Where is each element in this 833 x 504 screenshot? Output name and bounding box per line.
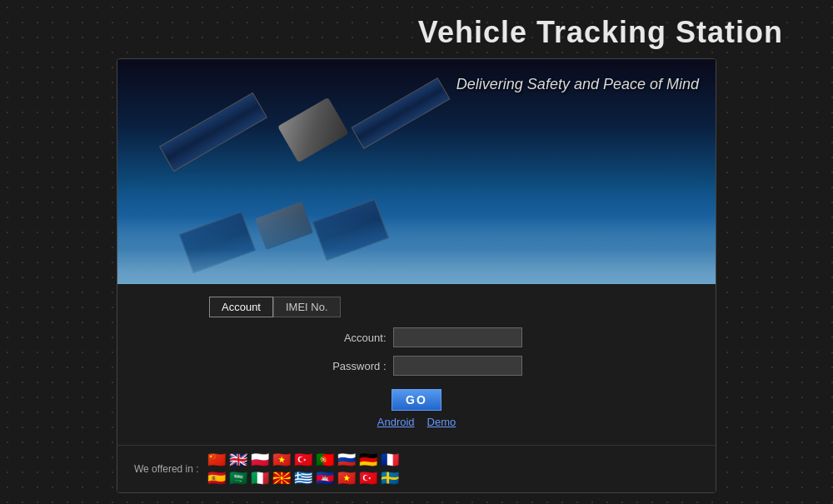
flag-icon[interactable]: 🇪🇸: [207, 471, 226, 486]
password-row: Password :: [142, 356, 691, 376]
bottom-section: We offered in : 🇨🇳🇬🇧🇵🇱🇻🇳🇹🇷🇵🇹🇷🇺🇩🇪🇫🇷🇪🇸🇸🇦🇮🇹…: [117, 445, 716, 492]
flag-icon[interactable]: 🇩🇪: [359, 452, 377, 467]
flag-icon[interactable]: 🇹🇷: [359, 471, 377, 486]
demo-link[interactable]: Demo: [427, 416, 456, 428]
password-label: Password :: [312, 360, 387, 372]
account-input[interactable]: [393, 327, 522, 347]
flag-icon[interactable]: 🇸🇦: [229, 471, 247, 486]
flag-icon[interactable]: 🇮🇹: [251, 471, 269, 486]
account-label: Account:: [312, 332, 387, 344]
flag-icon[interactable]: 🇵🇹: [316, 452, 334, 467]
password-input[interactable]: [393, 356, 522, 376]
go-button[interactable]: GO: [392, 389, 441, 411]
android-link[interactable]: Android: [377, 416, 415, 428]
earth-curve: [117, 167, 716, 284]
form-area: Account IMEI No. Account: Password : GO …: [117, 284, 716, 445]
flag-icon[interactable]: 🇫🇷: [381, 452, 399, 467]
account-row: Account:: [142, 327, 691, 347]
flag-icon[interactable]: 🇨🇳: [207, 452, 226, 467]
satellite-body: [277, 97, 349, 162]
hero-section: Delivering Safety and Peace of Mind: [117, 59, 716, 284]
flag-icon[interactable]: 🇬🇧: [229, 452, 247, 467]
flag-icon[interactable]: 🇲🇰: [272, 471, 291, 486]
flag-icon[interactable]: 🇻🇳: [272, 452, 291, 467]
flag-icon[interactable]: 🇻🇳: [337, 471, 356, 486]
tab-account[interactable]: Account: [209, 297, 273, 317]
hero-tagline: Delivering Safety and Peace of Mind: [456, 76, 699, 93]
main-panel: Delivering Safety and Peace of Mind Acco…: [117, 58, 716, 493]
app-title: Vehicle Tracking Station: [0, 0, 833, 58]
offered-label: We offered in :: [134, 463, 199, 475]
satellite-panel-right: [352, 77, 451, 149]
tab-imei[interactable]: IMEI No.: [273, 297, 341, 317]
links-row: Android Demo: [377, 416, 456, 428]
flag-icon[interactable]: 🇹🇷: [294, 452, 312, 467]
flags-container: 🇨🇳🇬🇧🇵🇱🇻🇳🇹🇷🇵🇹🇷🇺🇩🇪🇫🇷🇪🇸🇸🇦🇮🇹🇲🇰🇬🇷🇰🇭🇻🇳🇹🇷🇸🇪: [207, 452, 416, 486]
flag-icon[interactable]: 🇷🇺: [337, 452, 356, 467]
satellite-panel-left: [159, 92, 267, 172]
flag-icon[interactable]: 🇸🇪: [381, 471, 399, 486]
flag-icon[interactable]: 🇵🇱: [251, 452, 269, 467]
flag-icon[interactable]: 🇬🇷: [294, 471, 312, 486]
flag-icon[interactable]: 🇰🇭: [316, 471, 334, 486]
tabs-container: Account IMEI No.: [209, 297, 341, 317]
